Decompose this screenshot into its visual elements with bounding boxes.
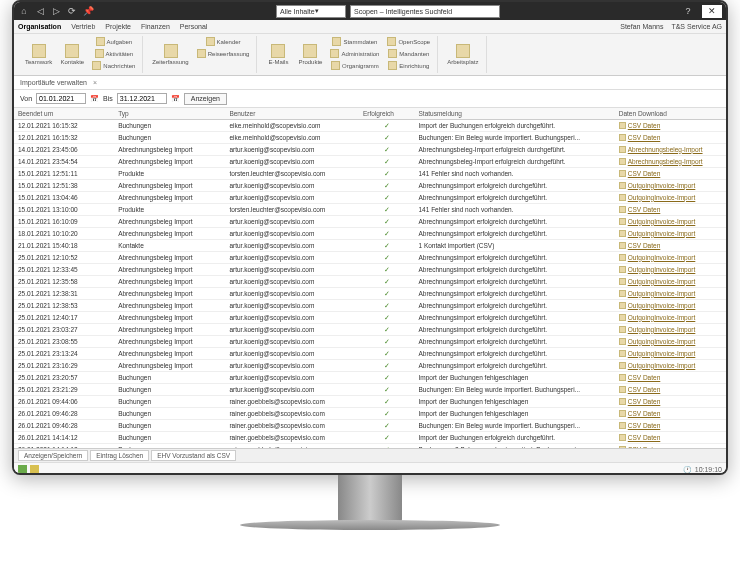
tab-loeschen[interactable]: Eintrag Löschen	[90, 450, 149, 461]
col-benutzer[interactable]: Benutzer	[225, 108, 359, 120]
ribbon-administration[interactable]: Administration	[327, 48, 382, 59]
table-row[interactable]: 25.01.2021 23:08:55Abrechnungsbeleg Impo…	[14, 336, 726, 348]
date-to-input[interactable]	[117, 93, 167, 104]
col-download[interactable]: Daten Download	[615, 108, 726, 120]
cell-download[interactable]: OutgoingInvoice-Import	[615, 264, 726, 276]
ribbon-mandanten[interactable]: Mandanten	[384, 48, 433, 59]
search-input[interactable]: Scopen – Intelligentes Suchfeld	[350, 5, 500, 18]
col-beendet[interactable]: Beendet um	[14, 108, 114, 120]
table-row[interactable]: 26.01.2021 09:46:28Buchungenrainer.goebb…	[14, 408, 726, 420]
cell-download[interactable]: OutgoingInvoice-Import	[615, 312, 726, 324]
refresh-icon[interactable]: ⟳	[66, 5, 78, 17]
table-row[interactable]: 15.01.2021 12:51:38Abrechnungsbeleg Impo…	[14, 180, 726, 192]
cell-download[interactable]: OutgoingInvoice-Import	[615, 228, 726, 240]
close-tab-icon[interactable]: ×	[93, 79, 97, 86]
ribbon-kontakte[interactable]: Kontakte	[57, 36, 87, 73]
table-row[interactable]: 15.01.2021 16:10:09Abrechnungsbeleg Impo…	[14, 216, 726, 228]
cell-download[interactable]: OutgoingInvoice-Import	[615, 348, 726, 360]
org-name[interactable]: T&S Service AG	[671, 23, 722, 30]
table-row[interactable]: 25.01.2021 12:38:31Abrechnungsbeleg Impo…	[14, 288, 726, 300]
cell-download[interactable]: CSV Daten	[615, 384, 726, 396]
ribbon-arbeitsplatz[interactable]: Arbeitsplatz	[444, 36, 481, 73]
table-row[interactable]: 21.01.2021 15:40:18Kontakteartur.koenig@…	[14, 240, 726, 252]
table-row[interactable]: 12.01.2021 16:15:32Buchungeneike.meinhol…	[14, 132, 726, 144]
cell-download[interactable]: CSV Daten	[615, 432, 726, 444]
forward-icon[interactable]: ▷	[50, 5, 62, 17]
table-row[interactable]: 14.01.2021 23:45:06Abrechnungsbeleg Impo…	[14, 144, 726, 156]
import-table[interactable]: Beendet um Typ Benutzer Erfolgreich Stat…	[14, 108, 726, 448]
ribbon-organigramm[interactable]: Organigramm	[327, 60, 382, 71]
ribbon-reiseerfassung[interactable]: Reiseerfassung	[194, 48, 253, 59]
ribbon-einrichtung[interactable]: Einrichtung	[384, 60, 433, 71]
cell-download[interactable]: OutgoingInvoice-Import	[615, 336, 726, 348]
table-row[interactable]: 18.01.2021 10:10:20Abrechnungsbeleg Impo…	[14, 228, 726, 240]
calendar-icon[interactable]: 📅	[90, 95, 99, 103]
cell-download[interactable]: OutgoingInvoice-Import	[615, 324, 726, 336]
table-row[interactable]: 26.01.2021 09:44:06Buchungenrainer.goebb…	[14, 396, 726, 408]
ribbon-emails[interactable]: E-Mails	[263, 36, 293, 73]
cell-download[interactable]: OutgoingInvoice-Import	[615, 300, 726, 312]
cell-download[interactable]: Abrechnungsbeleg-Import	[615, 156, 726, 168]
cell-download[interactable]: Abrechnungsbeleg-Import	[615, 144, 726, 156]
cell-download[interactable]: CSV Daten	[615, 168, 726, 180]
cell-download[interactable]: CSV Daten	[615, 408, 726, 420]
table-row[interactable]: 26.01.2021 09:46:28Buchungenrainer.goebb…	[14, 420, 726, 432]
table-row[interactable]: 15.01.2021 13:10:00Produktetorsten.leuch…	[14, 204, 726, 216]
tab-anzeigen[interactable]: Anzeigen/Speichern	[18, 450, 88, 461]
cell-download[interactable]: OutgoingInvoice-Import	[615, 252, 726, 264]
ribbon-teamwork[interactable]: Teamwork	[22, 36, 55, 73]
ribbon-openscope[interactable]: OpenScope	[384, 36, 433, 47]
table-row[interactable]: 15.01.2021 12:51:11Produktetorsten.leuch…	[14, 168, 726, 180]
col-erfolgreich[interactable]: Erfolgreich	[359, 108, 415, 120]
cell-download[interactable]: CSV Daten	[615, 132, 726, 144]
cell-download[interactable]: CSV Daten	[615, 396, 726, 408]
cell-download[interactable]: CSV Daten	[615, 120, 726, 132]
date-from-input[interactable]	[36, 93, 86, 104]
table-row[interactable]: 25.01.2021 12:33:45Abrechnungsbeleg Impo…	[14, 264, 726, 276]
cell-download[interactable]: OutgoingInvoice-Import	[615, 192, 726, 204]
ribbon-aufgaben[interactable]: Aufgaben	[89, 36, 138, 47]
cell-download[interactable]: CSV Daten	[615, 372, 726, 384]
ribbon-produkte[interactable]: Produkte	[295, 36, 325, 73]
table-row[interactable]: 14.01.2021 23:54:54Abrechnungsbeleg Impo…	[14, 156, 726, 168]
table-row[interactable]: 12.01.2021 16:15:32Buchungeneike.meinhol…	[14, 120, 726, 132]
calendar-icon[interactable]: 📅	[171, 95, 180, 103]
table-row[interactable]: 15.01.2021 13:04:46Abrechnungsbeleg Impo…	[14, 192, 726, 204]
table-row[interactable]: 25.01.2021 23:16:29Abrechnungsbeleg Impo…	[14, 360, 726, 372]
ribbon-nachrichten[interactable]: Nachrichten	[89, 60, 138, 71]
col-typ[interactable]: Typ	[114, 108, 225, 120]
pin-icon[interactable]: 📌	[82, 5, 94, 17]
ribbon-aktivitaeten[interactable]: Aktivitäten	[89, 48, 138, 59]
table-row[interactable]: 26.01.2021 14:14:12Buchungenrainer.goebb…	[14, 432, 726, 444]
tab-ehv-csv[interactable]: EHV Vorzustand als CSV	[151, 450, 236, 461]
table-row[interactable]: 25.01.2021 12:35:58Abrechnungsbeleg Impo…	[14, 276, 726, 288]
cell-download[interactable]: CSV Daten	[615, 240, 726, 252]
ribbon-stammdaten[interactable]: Stammdaten	[327, 36, 382, 47]
menu-projekte[interactable]: Projekte	[105, 23, 131, 30]
home-icon[interactable]: ⌂	[18, 5, 30, 17]
search-scope[interactable]: Alle Inhalte ▾	[276, 5, 346, 18]
table-row[interactable]: 25.01.2021 23:21:29Buchungenartur.koenig…	[14, 384, 726, 396]
table-row[interactable]: 25.01.2021 12:10:52Abrechnungsbeleg Impo…	[14, 252, 726, 264]
cell-download[interactable]: OutgoingInvoice-Import	[615, 360, 726, 372]
menu-finanzen[interactable]: Finanzen	[141, 23, 170, 30]
back-icon[interactable]: ◁	[34, 5, 46, 17]
ribbon-zeiterfassung[interactable]: Zeiterfassung	[149, 36, 191, 73]
close-button[interactable]: ✕	[702, 5, 722, 18]
cell-download[interactable]: OutgoingInvoice-Import	[615, 216, 726, 228]
menu-vertrieb[interactable]: Vertrieb	[71, 23, 95, 30]
cell-download[interactable]: OutgoingInvoice-Import	[615, 180, 726, 192]
cell-download[interactable]: OutgoingInvoice-Import	[615, 288, 726, 300]
table-row[interactable]: 25.01.2021 23:13:24Abrechnungsbeleg Impo…	[14, 348, 726, 360]
menu-organisation[interactable]: Organisation	[18, 23, 61, 30]
help-icon[interactable]: ?	[682, 5, 694, 17]
cell-download[interactable]: CSV Daten	[615, 420, 726, 432]
cell-download[interactable]: CSV Daten	[615, 204, 726, 216]
table-row[interactable]: 25.01.2021 12:38:53Abrechnungsbeleg Impo…	[14, 300, 726, 312]
ribbon-kalender[interactable]: Kalender	[194, 36, 253, 47]
show-button[interactable]: Anzeigen	[184, 93, 227, 105]
menu-personal[interactable]: Personal	[180, 23, 208, 30]
col-statusmeldung[interactable]: Statusmeldung	[415, 108, 615, 120]
table-row[interactable]: 25.01.2021 23:03:27Abrechnungsbeleg Impo…	[14, 324, 726, 336]
table-row[interactable]: 25.01.2021 12:40:17Abrechnungsbeleg Impo…	[14, 312, 726, 324]
